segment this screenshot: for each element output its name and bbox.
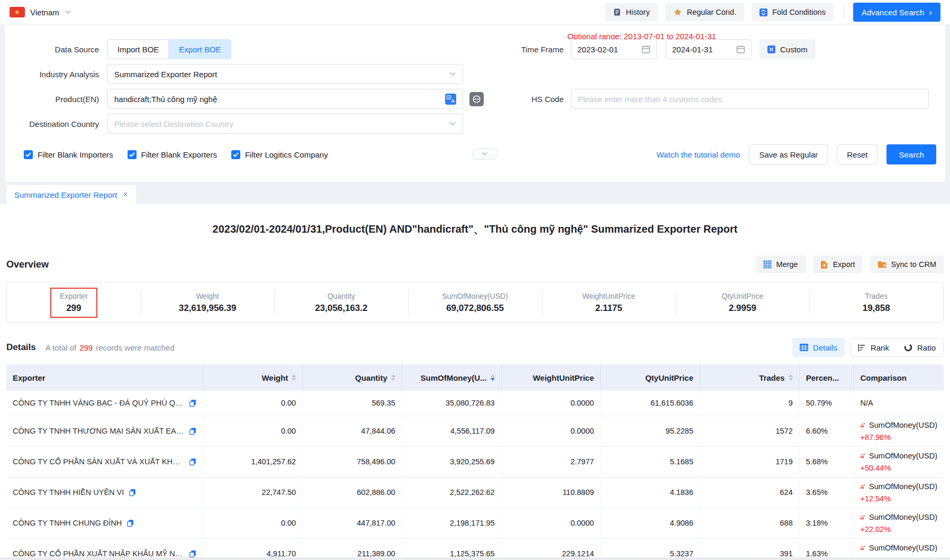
industry-analysis-label: Industry Analysis — [5, 70, 99, 79]
table-row[interactable]: CÔNG TY TNHH VÀNG BẠC - ĐÁ QUÝ PHÚ QUÝ 0… — [6, 391, 944, 416]
comparison-detail: SumOfMoney(USD) +50.44% — [860, 452, 937, 472]
search-form-wrap: Data Source Import BOE Export BOE Indust… — [0, 24, 950, 182]
tab-summarized-exporter-report[interactable]: Summarized Exporter Report × — [6, 185, 136, 204]
trend-up-icon — [860, 483, 865, 490]
percentage-cell: 6.60% — [799, 416, 854, 446]
checkbox-checked-icon — [231, 150, 240, 159]
export-button[interactable]: Export — [813, 255, 863, 273]
close-icon[interactable]: × — [123, 190, 128, 199]
sum-of-money-cell: 2,198,171.95 — [402, 508, 501, 538]
stat-value: 2.9959 — [729, 303, 756, 314]
horizontal-scrollbar[interactable] — [0, 557, 950, 560]
qty-unit-price-cell: 61,615.6036 — [601, 391, 700, 416]
overview-heading: Overview — [6, 259, 49, 270]
quantity-cell: 47,844.06 — [303, 416, 402, 446]
merge-button[interactable]: Merge — [756, 255, 806, 273]
destination-select[interactable]: Please select Destination Country — [107, 114, 463, 134]
filter-logitics-company-checkbox[interactable]: Filter Logitics Company — [231, 150, 328, 159]
copy-icon[interactable] — [189, 458, 196, 466]
copy-icon[interactable] — [189, 550, 196, 558]
stat-qty-unit-price: QtyUnitPrice 2.9959 — [676, 282, 810, 323]
stat-weight: Weight 32,619,956.39 — [141, 282, 275, 323]
import-boe-button[interactable]: Import BOE — [107, 39, 169, 59]
exporter-cell: CÔNG TY CỔ PHẦN SẢN XUẤT VÀ XUẤT KHẨU ..… — [6, 446, 203, 477]
col-trades: Trades — [700, 364, 800, 391]
stat-label: Exporter — [60, 292, 88, 300]
comparison-metric: SumOfMoney(USD) — [869, 482, 937, 491]
stat-value: 299 — [66, 303, 81, 314]
stat-value: 23,056,163.2 — [315, 303, 367, 314]
save-as-regular-button[interactable]: Save as Regular — [749, 144, 828, 164]
copy-icon[interactable] — [189, 427, 196, 435]
view-ratio-button[interactable]: Ratio — [897, 338, 943, 356]
sum-of-money-cell: 3,920,255.69 — [402, 446, 501, 477]
fold-icon — [759, 8, 767, 16]
sort-control[interactable] — [391, 374, 395, 381]
fold-conditions-button[interactable]: Fold Conditions — [752, 3, 834, 21]
exporter-cell: CÔNG TY TNHH THƯƠNG MẠI SẢN XUẤT EAG... — [6, 416, 203, 446]
translate-icon[interactable]: A — [445, 94, 456, 105]
exclude-keywords-button[interactable] — [469, 92, 484, 106]
sync-to-crm-button[interactable]: Sync to CRM — [870, 255, 944, 273]
search-button[interactable]: Search — [886, 144, 936, 164]
table-row[interactable]: CÔNG TY CỔ PHẦN XUẤT NHẬP KHẨU MỸ NGH...… — [6, 538, 944, 560]
table-icon — [800, 344, 808, 351]
trades-cell: 624 — [700, 477, 800, 508]
custom-range-button[interactable]: Custom — [759, 39, 816, 59]
date-from-input[interactable]: 2023-02-01 — [571, 39, 657, 59]
stat-label: Weight — [196, 292, 219, 300]
industry-analysis-row: Industry Analysis Summarized Exporter Re… — [5, 64, 945, 84]
product-input[interactable] — [114, 95, 441, 104]
exporter-name: CÔNG TY TNHH VÀNG BẠC - ĐÁ QUÝ PHÚ QUÝ — [13, 399, 184, 407]
chevron-down-icon — [449, 72, 456, 76]
collapse-form-button[interactable] — [472, 148, 497, 160]
date-to-input[interactable]: 2024-01-31 — [666, 39, 752, 59]
details-heading: Details — [6, 342, 36, 353]
comparison-metric: SumOfMoney(USD) — [869, 513, 937, 521]
view-rank-label: Rank — [871, 343, 889, 352]
comparison-change: +87.96% — [860, 433, 937, 442]
export-boe-button[interactable]: Export BOE — [169, 39, 231, 59]
table-body: CÔNG TY TNHH VÀNG BẠC - ĐÁ QUÝ PHÚ QUÝ 0… — [6, 391, 944, 560]
trend-up-icon — [860, 544, 865, 552]
advanced-search-button[interactable]: Advanced Search › — [853, 3, 940, 22]
tutorial-link[interactable]: Watch the tutorial demo — [657, 150, 740, 159]
report-title: 2023/02/01-2024/01/31,Product(EN) AND"ha… — [6, 222, 944, 236]
reset-button[interactable]: Reset — [837, 144, 877, 164]
weight-cell: 0.00 — [203, 508, 303, 538]
filter-blank-importers-checkbox[interactable]: Filter Blank Importers — [24, 150, 113, 159]
history-button[interactable]: History — [605, 3, 658, 21]
history-icon — [613, 8, 621, 16]
regular-cond-label: Regular Cond. — [687, 8, 737, 16]
hs-code-input[interactable] — [578, 95, 922, 104]
star-icon — [673, 8, 682, 16]
copy-icon[interactable] — [189, 399, 196, 407]
sort-control-active-desc[interactable] — [491, 374, 495, 381]
table-row[interactable]: CÔNG TY TNHH CHUNG ĐỈNH 0.00 447,817.00 … — [6, 508, 944, 538]
quantity-cell: 569.35 — [303, 391, 402, 416]
exporter-name: CÔNG TY TNHH THƯƠNG MẠI SẢN XUẤT EAG... — [13, 427, 184, 435]
custom-label: Custom — [780, 45, 808, 54]
regular-cond-button[interactable]: Regular Cond. — [665, 3, 745, 21]
copy-icon[interactable] — [129, 489, 136, 497]
stat-value: 32,619,956.39 — [179, 303, 237, 314]
sort-control[interactable] — [292, 374, 296, 381]
country-selector[interactable]: ★ Vietnam — [10, 7, 71, 17]
table-row[interactable]: CÔNG TY TNHH THƯƠNG MẠI SẢN XUẤT EAG... … — [6, 416, 944, 446]
table-row[interactable]: CÔNG TY TNHH HIỀN UYÊN VI 22,747.50 602,… — [6, 477, 944, 508]
view-details-button[interactable]: Details — [792, 338, 845, 357]
tab-label: Summarized Exporter Report — [14, 190, 117, 199]
exporter-cell: CÔNG TY TNHH HIỀN UYÊN VI — [6, 477, 203, 508]
filter-blank-exporters-checkbox[interactable]: Filter Blank Exporters — [128, 150, 217, 159]
table-row[interactable]: CÔNG TY CỔ PHẦN SẢN XUẤT VÀ XUẤT KHẨU ..… — [6, 446, 944, 477]
trades-cell: 688 — [700, 508, 800, 538]
matched-suffix: records were matched — [96, 343, 174, 352]
sort-control[interactable] — [789, 374, 793, 381]
custom-icon — [767, 45, 775, 53]
merge-icon — [763, 260, 772, 269]
copy-icon[interactable] — [126, 519, 134, 527]
industry-analysis-select[interactable]: Summarized Exporter Report — [107, 64, 463, 84]
view-rank-button[interactable]: Rank — [851, 338, 897, 356]
comparison-metric: SumOfMoney(USD) — [869, 421, 937, 429]
weight-unit-price-cell: 2.7977 — [501, 446, 601, 477]
